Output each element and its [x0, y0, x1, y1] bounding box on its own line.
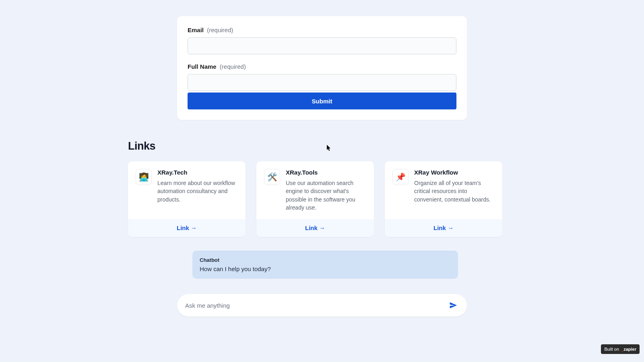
- card-footer: Link →: [385, 219, 502, 237]
- email-label: Email (required): [188, 27, 456, 33]
- card-description: Use our automation search engine to disc…: [286, 179, 366, 212]
- card-icon-workflow: 📌: [392, 169, 409, 185]
- card-title: XRay.Tools: [286, 169, 366, 176]
- form-card: Email (required) Full Name (required) Su…: [177, 16, 467, 120]
- full-name-input[interactable]: [188, 74, 456, 91]
- send-icon: [449, 301, 457, 309]
- card-description: Learn more about our workflow automation…: [157, 179, 238, 204]
- card-title: XRay.Tech: [157, 169, 238, 176]
- cards-row: 👩‍💻 XRay.Tech Learn more about our workf…: [128, 161, 502, 237]
- email-field-group: Email (required): [188, 27, 456, 54]
- chat-input[interactable]: [185, 302, 447, 309]
- email-input[interactable]: [188, 37, 456, 54]
- card-link-xray-tools[interactable]: Link →: [305, 224, 325, 231]
- card-content: XRay Workflow Organize all of your team'…: [414, 169, 495, 204]
- link-card-xray-tech: 👩‍💻 XRay.Tech Learn more about our workf…: [128, 161, 246, 237]
- links-heading: Links: [128, 140, 502, 152]
- full-name-field-group: Full Name (required): [188, 63, 456, 91]
- zapier-logo: _zapier: [621, 347, 636, 352]
- card-body: 👩‍💻 XRay.Tech Learn more about our workf…: [128, 161, 246, 219]
- card-content: XRay.Tech Learn more about our workflow …: [157, 169, 238, 204]
- email-required-text: (required): [207, 27, 233, 33]
- full-name-label: Full Name (required): [188, 63, 456, 70]
- link-card-xray-tools: 🛠️ XRay.Tools Use our automation search …: [256, 161, 374, 237]
- tools-emoji-icon: 🛠️: [267, 172, 277, 182]
- link-card-xray-workflow: 📌 XRay Workflow Organize all of your tea…: [385, 161, 502, 237]
- tech-emoji-icon: 👩‍💻: [139, 172, 149, 182]
- card-link-xray-tech[interactable]: Link →: [177, 224, 197, 231]
- full-name-label-text: Full Name: [188, 63, 217, 70]
- zapier-brand-text: zapier: [623, 347, 636, 352]
- pin-emoji-icon: 📌: [396, 172, 406, 182]
- card-description: Organize all of your team's critical res…: [414, 179, 495, 204]
- chat-input-bar: [177, 294, 467, 317]
- send-button[interactable]: [447, 299, 460, 312]
- badge-prefix: Built on: [604, 347, 619, 352]
- card-icon-tech: 👩‍💻: [136, 169, 152, 185]
- card-body: 📌 XRay Workflow Organize all of your tea…: [385, 161, 502, 219]
- submit-button[interactable]: Submit: [188, 93, 456, 109]
- card-title: XRay Workflow: [414, 169, 495, 176]
- email-label-text: Email: [188, 27, 204, 33]
- card-body: 🛠️ XRay.Tools Use our automation search …: [256, 161, 374, 219]
- card-content: XRay.Tools Use our automation search eng…: [286, 169, 366, 212]
- chatbot-message: How can I help you today?: [200, 265, 451, 272]
- links-section: Links 👩‍💻 XRay.Tech Learn more about our…: [128, 140, 502, 237]
- card-footer: Link →: [256, 219, 374, 237]
- card-link-xray-workflow[interactable]: Link →: [433, 224, 454, 231]
- full-name-required-text: (required): [220, 63, 246, 70]
- zapier-badge[interactable]: Built on _zapier: [601, 344, 640, 354]
- chatbot-label: Chatbot: [200, 257, 451, 263]
- chatbot-bubble: Chatbot How can I help you today?: [192, 251, 458, 279]
- card-icon-tools: 🛠️: [264, 169, 280, 185]
- card-footer: Link →: [128, 219, 246, 237]
